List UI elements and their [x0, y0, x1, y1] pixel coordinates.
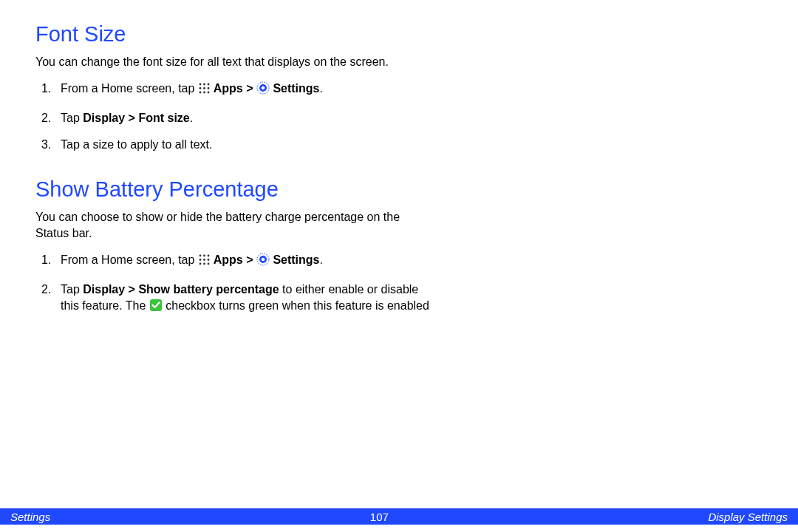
step-text: .: [320, 253, 323, 266]
step-bold: Settings: [270, 253, 320, 266]
section-heading: Font Size: [35, 22, 763, 47]
svg-point-5: [207, 87, 209, 89]
svg-point-7: [203, 92, 205, 94]
steps-list: From a Home screen, tap Apps > Settings.…: [35, 81, 434, 153]
apps-icon: [198, 253, 211, 270]
svg-point-6: [199, 92, 201, 94]
font-size-section: Font Size You can change the font size f…: [35, 22, 763, 154]
battery-percentage-section: Show Battery Percentage You can choose t…: [35, 177, 763, 317]
svg-point-8: [207, 92, 209, 94]
steps-list: From a Home screen, tap Apps > Settings.…: [35, 252, 434, 316]
step-item: Tap Display > Show battery percentage to…: [35, 282, 434, 317]
svg-point-16: [203, 259, 205, 261]
step-item: Tap a size to apply to all text.: [35, 137, 434, 153]
step-text: From a Home screen, tap: [61, 253, 198, 266]
svg-point-15: [199, 259, 201, 261]
footer-page-number: 107: [370, 511, 389, 523]
step-text: checkbox turns green when this feature i…: [163, 299, 429, 312]
svg-point-20: [207, 263, 209, 265]
svg-point-3: [199, 87, 201, 89]
svg-point-4: [203, 87, 205, 89]
svg-point-19: [203, 263, 205, 265]
step-item: From a Home screen, tap Apps > Settings.: [35, 252, 434, 270]
step-text: Tap a size to apply to all text.: [61, 138, 212, 151]
step-bold: Apps >: [211, 253, 256, 266]
step-text: Tap: [61, 112, 83, 124]
step-item: Tap Display > Font size.: [35, 110, 434, 126]
checkbox-icon: [149, 299, 163, 316]
page-footer: Settings 107 Display Settings: [0, 508, 798, 525]
svg-point-14: [207, 255, 209, 257]
step-bold: Display > Font size: [83, 112, 189, 124]
svg-point-12: [199, 255, 201, 257]
apps-icon: [198, 82, 211, 99]
step-text: .: [320, 82, 323, 95]
svg-point-17: [207, 259, 209, 261]
footer-right: Display Settings: [708, 511, 788, 523]
step-item: From a Home screen, tap Apps > Settings.: [35, 81, 434, 99]
step-bold: Display > Show battery percentage: [83, 283, 279, 296]
svg-point-2: [207, 83, 209, 86]
section-heading: Show Battery Percentage: [35, 177, 763, 202]
settings-icon: [256, 81, 270, 99]
svg-point-13: [203, 255, 205, 257]
footer-left: Settings: [10, 511, 50, 523]
step-text: From a Home screen, tap: [61, 82, 198, 95]
svg-point-23: [262, 258, 265, 262]
step-bold: Apps >: [211, 82, 256, 95]
settings-icon: [256, 253, 270, 270]
svg-point-18: [199, 263, 201, 265]
section-intro: You can change the font size for all tex…: [35, 54, 420, 70]
step-bold: Settings: [270, 82, 320, 95]
svg-point-11: [262, 86, 265, 90]
step-text: Tap: [61, 283, 83, 296]
svg-point-0: [199, 83, 201, 86]
svg-point-1: [203, 83, 205, 86]
step-text: .: [190, 112, 193, 124]
section-intro: You can choose to show or hide the batte…: [35, 209, 420, 242]
